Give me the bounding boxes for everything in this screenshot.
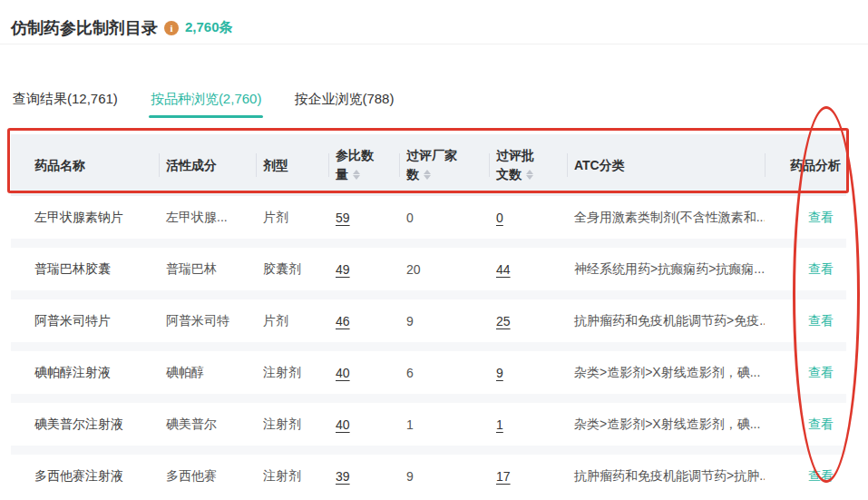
reference-count-cell: 40 <box>328 351 399 394</box>
ingredient-cell: 阿普米司特 <box>159 299 256 342</box>
atc-class-cell: 杂类>造影剂>X射线造影剂，碘... <box>567 403 765 446</box>
dosage-form-cell: 注射剂 <box>256 403 328 446</box>
atc-class-cell: 神经系统用药>抗癫痫药>抗癫痫... <box>567 248 765 290</box>
reference-count-link[interactable]: 59 <box>336 211 350 225</box>
reference-count-cell: 40 <box>328 403 399 446</box>
row-divider <box>11 239 846 248</box>
view-link[interactable]: 查看 <box>808 210 834 224</box>
row-divider <box>11 394 846 403</box>
col-header-reference-count: 参比数量 <box>328 134 399 196</box>
reference-count-cell: 46 <box>328 299 399 342</box>
passed-manufacturers-cell: 20 <box>399 248 489 290</box>
col-header-passed-manufacturers: 过评厂家数 <box>399 134 489 196</box>
drug-name-cell: 多西他赛注射液 <box>11 455 159 497</box>
view-link[interactable]: 查看 <box>808 365 834 379</box>
reference-count-link[interactable]: 46 <box>336 314 350 328</box>
page-header: 仿制药参比制剂目录 i 2,760条 <box>0 0 868 44</box>
atc-class-cell: 抗肿瘤药和免疫机能调节药>抗肿... <box>567 455 765 497</box>
drug-name-cell: 碘美普尔注射液 <box>11 403 159 446</box>
passed-approvals-cell: 1 <box>489 403 567 446</box>
sort-icon[interactable] <box>524 169 534 181</box>
passed-manufacturers-cell: 1 <box>399 403 489 446</box>
drug-analysis-cell: 查看 <box>765 455 846 497</box>
reference-count-link[interactable]: 40 <box>336 366 350 380</box>
passed-manufacturers-cell: 9 <box>399 299 489 342</box>
passed-approvals-cell: 0 <box>489 196 567 239</box>
sort-icon[interactable] <box>422 169 432 181</box>
drug-name-cell: 左甲状腺素钠片 <box>11 196 159 239</box>
drug-analysis-cell: 查看 <box>765 248 846 290</box>
drug-analysis-cell: 查看 <box>765 403 846 446</box>
page: { "colors": { "accent": "#2bb7a3", "anno… <box>0 0 868 500</box>
atc-class-cell: 杂类>造影剂>X射线造影剂，碘... <box>567 351 765 394</box>
passed-approvals-link[interactable]: 0 <box>496 211 503 225</box>
reference-count-cell: 49 <box>328 248 399 290</box>
tab-query-results[interactable]: 查询结果(12,761) <box>11 91 120 118</box>
table-row: 碘美普尔注射液 碘美普尔 注射剂 40 1 1 杂类>造影剂>X射线造影剂，碘.… <box>11 403 846 446</box>
passed-manufacturers-cell: 0 <box>399 196 489 239</box>
drug-name-cell: 碘帕醇注射液 <box>11 351 159 394</box>
dosage-form-cell: 注射剂 <box>256 455 328 497</box>
view-link[interactable]: 查看 <box>808 417 834 431</box>
info-icon[interactable]: i <box>164 21 179 35</box>
passed-approvals-cell: 25 <box>489 299 567 342</box>
ingredient-cell: 碘帕醇 <box>159 351 256 394</box>
drug-analysis-cell: 查看 <box>765 196 846 239</box>
dosage-form-cell: 注射剂 <box>256 351 328 394</box>
passed-approvals-cell: 44 <box>489 248 567 290</box>
passed-approvals-cell: 17 <box>489 455 567 497</box>
record-count-badge: 2,760条 <box>185 19 233 36</box>
passed-approvals-link[interactable]: 9 <box>496 366 503 380</box>
passed-manufacturers-cell: 6 <box>399 351 489 394</box>
view-link[interactable]: 查看 <box>808 468 834 483</box>
sort-icon[interactable] <box>351 169 361 181</box>
passed-approvals-link[interactable]: 1 <box>496 417 503 432</box>
row-divider <box>11 290 846 299</box>
ingredient-cell: 多西他赛 <box>159 455 256 497</box>
dosage-form-cell: 片剂 <box>256 196 328 239</box>
dosage-form-cell: 胶囊剂 <box>256 248 328 290</box>
reference-count-link[interactable]: 49 <box>336 262 350 277</box>
drug-analysis-cell: 查看 <box>765 299 846 342</box>
ingredient-cell: 碘美普尔 <box>159 403 256 446</box>
col-header-drug-analysis: 药品分析 <box>765 134 846 196</box>
tab-browse-by-variety[interactable]: 按品种浏览(2,760) <box>149 91 264 118</box>
col-header-atc-class: ATC分类 <box>567 134 765 196</box>
col-header-drug-name: 药品名称 <box>11 134 159 196</box>
table-row: 碘帕醇注射液 碘帕醇 注射剂 40 6 9 杂类>造影剂>X射线造影剂，碘...… <box>11 351 846 394</box>
atc-class-cell: 全身用激素类制剂(不含性激素和... <box>567 196 765 239</box>
col-header-active-ingredient: 活性成分 <box>159 134 256 196</box>
row-divider <box>11 446 846 455</box>
reference-count-link[interactable]: 39 <box>336 469 350 484</box>
ingredient-cell: 左甲状腺... <box>159 196 256 239</box>
tab-browse-by-enterprise[interactable]: 按企业浏览(788) <box>292 91 395 118</box>
passed-manufacturers-cell: 9 <box>399 455 489 497</box>
drug-analysis-cell: 查看 <box>765 351 846 394</box>
reference-count-cell: 39 <box>328 455 399 497</box>
drug-name-cell: 阿普米司特片 <box>11 299 159 342</box>
dosage-form-cell: 片剂 <box>256 299 328 342</box>
view-link[interactable]: 查看 <box>808 261 834 276</box>
view-link[interactable]: 查看 <box>808 313 834 328</box>
ingredient-cell: 普瑞巴林 <box>159 248 256 290</box>
table-row: 普瑞巴林胶囊 普瑞巴林 胶囊剂 49 20 44 神经系统用药>抗癫痫药>抗癫痫… <box>11 248 846 290</box>
drug-name-cell: 普瑞巴林胶囊 <box>11 248 159 290</box>
passed-approvals-cell: 9 <box>489 351 567 394</box>
page-title: 仿制药参比制剂目录 <box>11 17 158 39</box>
row-divider <box>11 342 846 351</box>
table-row: 多西他赛注射液 多西他赛 注射剂 39 9 17 抗肿瘤药和免疫机能调节药>抗肿… <box>11 455 846 497</box>
col-header-dosage-form: 剂型 <box>256 134 328 196</box>
atc-class-cell: 抗肿瘤药和免疫机能调节药>免疫... <box>567 299 765 342</box>
passed-approvals-link[interactable]: 17 <box>496 469 511 484</box>
passed-approvals-link[interactable]: 25 <box>496 314 511 328</box>
reference-count-cell: 59 <box>328 196 399 239</box>
tab-bar: 查询结果(12,761) 按品种浏览(2,760) 按企业浏览(788) <box>11 91 857 118</box>
passed-approvals-link[interactable]: 44 <box>496 262 511 277</box>
table-header: 药品名称 活性成分 剂型 参比数量 过评厂家数 过评批文数 ATC分类 药品分析 <box>11 134 846 196</box>
catalog-table: 药品名称 活性成分 剂型 参比数量 过评厂家数 过评批文数 ATC分类 药品分析… <box>11 134 857 497</box>
table-row: 阿普米司特片 阿普米司特 片剂 46 9 25 抗肿瘤药和免疫机能调节药>免疫.… <box>11 299 846 342</box>
reference-count-link[interactable]: 40 <box>336 417 350 432</box>
table-row: 左甲状腺素钠片 左甲状腺... 片剂 59 0 0 全身用激素类制剂(不含性激素… <box>11 196 846 239</box>
col-header-passed-approvals: 过评批文数 <box>489 134 567 196</box>
